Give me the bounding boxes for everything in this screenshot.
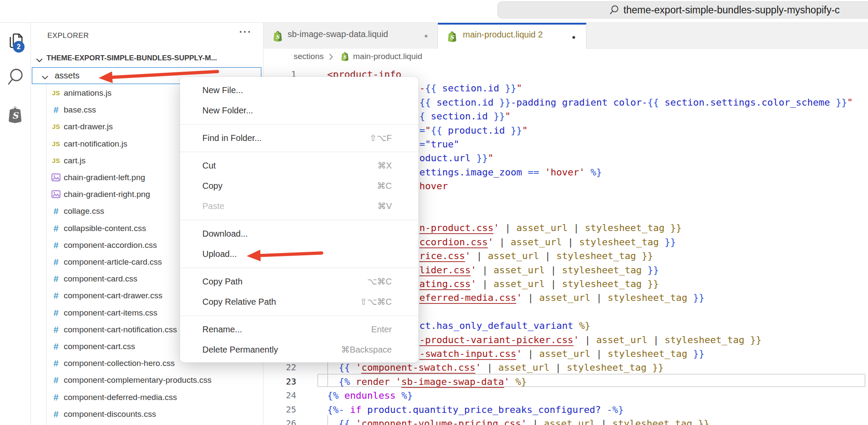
file-name: animations.js [64, 84, 112, 101]
search-icon[interactable] [7, 68, 25, 89]
svg-text:S: S [12, 110, 19, 121]
css-file-icon: # [50, 253, 62, 270]
css-file-icon: # [50, 389, 62, 406]
menu-separator [180, 152, 418, 152]
tab-sb-image-swap-data[interactable]: S sb-image-swap-data.liquid ● [264, 23, 438, 49]
css-file-icon: # [50, 355, 62, 372]
modified-dot-icon: ● [424, 32, 428, 39]
code-line-16[interactable]: ating.css' | asset_url | stylesheet_tag … [419, 277, 659, 291]
code-line-23[interactable]: {% render 'sb-image-swap-data' %} [338, 375, 527, 389]
code-line-4[interactable]: { section.id }}" [419, 109, 511, 123]
file-name: component-card.css [64, 270, 137, 287]
code-line-7[interactable]: oduct.url }}" [419, 151, 493, 165]
code-line-25[interactable]: {%- if product.quantity_price_breaks_con… [327, 403, 624, 417]
file-name: component-complementary-products.css [64, 372, 211, 388]
menu-item-copy-relative-path[interactable]: Copy Relative Path⇧⌥⌘C [180, 292, 418, 312]
menu-item-find-in-folder[interactable]: Find in Folder...⇧⌥F [180, 128, 418, 148]
js-file-icon: JS [50, 84, 62, 101]
code-line-8[interactable]: ettings.image_zoom == 'hover' %} [419, 165, 602, 179]
css-file-icon: # [50, 287, 62, 304]
menu-item-download[interactable]: Download... [180, 224, 418, 244]
code-line-3[interactable]: {{ section.id }}-padding gradient color-… [419, 95, 853, 109]
code-line-12[interactable]: n-product.css' | asset_url | stylesheet_… [419, 221, 682, 235]
file-name: component-discounts.css [64, 406, 156, 422]
code-line-9[interactable]: hover [419, 179, 448, 193]
indent-guide [327, 360, 328, 387]
root-folder-label: THEME-EXPORT-SIMPLE-BUNDLES-SUPPLY-M... [46, 54, 217, 62]
code-line-22[interactable]: {{ 'component-swatch.css' | asset_url | … [338, 360, 663, 375]
menu-item-label: Upload... [202, 249, 237, 259]
more-actions-icon[interactable]: ⋯ [239, 24, 252, 39]
line-number: 22 [264, 360, 296, 375]
modified-dot-icon: ● [572, 33, 576, 40]
menu-item-new-file[interactable]: New File... [180, 80, 418, 100]
line-number: 23 [264, 375, 296, 389]
code-line-5[interactable]: ="{{ product.id }}" [419, 123, 528, 138]
file-name: component-cart-notification.css [64, 321, 177, 338]
breadcrumb: sections S main-product.liquid [264, 49, 868, 65]
line-number: 25 [264, 403, 296, 417]
menu-item-label: New Folder... [202, 106, 253, 115]
css-file-icon: # [50, 338, 62, 355]
breadcrumb-item-sections[interactable]: sections [294, 52, 324, 61]
code-line-24[interactable]: {% endunless %} [327, 388, 413, 403]
code-line-17[interactable]: eferred-media.css' | asset_url | stylesh… [419, 291, 704, 305]
file-name: cart-drawer.js [64, 118, 113, 135]
menu-separator [180, 316, 418, 316]
tab-main-product-active[interactable]: S main-product.liquid 2 ● [438, 23, 586, 49]
menu-item-rename[interactable]: Rename...Enter [180, 319, 418, 340]
file-name: collapsible-content.css [64, 220, 146, 237]
menu-item-label: Copy Relative Path [202, 297, 276, 306]
browser-address-bar[interactable]: theme-export-simple-bundles-supply-mysho… [497, 1, 868, 19]
explorer-title: EXPLORER [47, 31, 89, 40]
shopify-bag-icon[interactable]: S [6, 105, 24, 126]
code-line-26[interactable]: {{ 'component-volume-pricing.css' | asse… [338, 416, 709, 425]
tab-label: sb-image-swap-data.liquid [288, 29, 388, 39]
css-file-icon: # [50, 101, 62, 118]
menu-separator [180, 220, 418, 220]
image-file-icon [50, 186, 62, 203]
css-file-icon: # [50, 270, 62, 287]
menu-item-cut[interactable]: Cut⌘X [180, 156, 418, 176]
menu-item-shortcut: ⌘C [377, 176, 392, 196]
js-file-icon: JS [50, 152, 62, 169]
menu-item-copy[interactable]: Copy⌘C [180, 176, 418, 196]
code-line-15[interactable]: lider.css' | asset_url | stylesheet_tag … [419, 263, 659, 277]
menu-item-upload[interactable]: Upload... [180, 244, 418, 264]
file-name: chain-gradient-left.png [64, 169, 145, 186]
menu-item-delete-permanently[interactable]: Delete Permanently⌘Backspace [180, 340, 418, 360]
code-line-21[interactable]: -swatch-input.css' | asset_url | stylesh… [419, 347, 704, 361]
file-name: collage.css [64, 203, 104, 219]
shopify-file-icon: S [272, 30, 283, 44]
menu-item-shortcut: ⌘V [378, 196, 392, 216]
image-file-icon [50, 169, 62, 186]
breadcrumb-item-file[interactable]: main-product.liquid [353, 52, 422, 61]
file-name: chain-gradient-right.png [64, 186, 150, 203]
svg-text:S: S [343, 54, 347, 60]
code-line-2[interactable]: -{{ section.id }}" [419, 81, 522, 95]
sidebar-item-root-folder[interactable]: THEME-EXPORT-SIMPLE-BUNDLES-SUPPLY-M... [31, 50, 264, 67]
code-line-19[interactable]: ct.has_only_default_variant %} [419, 319, 590, 333]
sidebar-item-component-discounts.css[interactable]: #component-discounts.css [31, 406, 264, 422]
file-name: component-cart.css [64, 338, 135, 355]
sidebar-item-component-complementary-products.css[interactable]: #component-complementary-products.css [31, 372, 264, 388]
css-file-icon: # [50, 304, 62, 321]
context-menu: New File...New Folder...Find in Folder..… [180, 77, 418, 362]
code-line-14[interactable]: rice.css' | asset_url | stylesheet_tag }… [419, 249, 653, 263]
menu-separator [180, 268, 418, 268]
menu-item-label: Paste [202, 201, 224, 211]
line-number: 24 [264, 388, 296, 403]
code-line-13[interactable]: ccordion.css' | asset_url | stylesheet_t… [419, 235, 676, 249]
js-file-icon: JS [50, 135, 62, 152]
file-name: component-accordion.css [64, 237, 157, 253]
tab-label: main-product.liquid 2 [463, 30, 543, 40]
code-line-20[interactable]: -product-variant-picker.css' | asset_url… [419, 333, 762, 347]
sidebar-item-component-deferred-media.css[interactable]: #component-deferred-media.css [31, 389, 264, 406]
file-name: cart.js [64, 152, 86, 169]
code-line-6[interactable]: ="true" [419, 137, 459, 151]
menu-item-label: Cut [202, 161, 216, 170]
menu-item-label: Rename... [202, 325, 242, 334]
menu-item-copy-path[interactable]: Copy Path⌥⌘C [180, 272, 418, 292]
menu-item-new-folder[interactable]: New Folder... [180, 100, 418, 121]
menu-item-label: Copy Path [202, 277, 242, 286]
